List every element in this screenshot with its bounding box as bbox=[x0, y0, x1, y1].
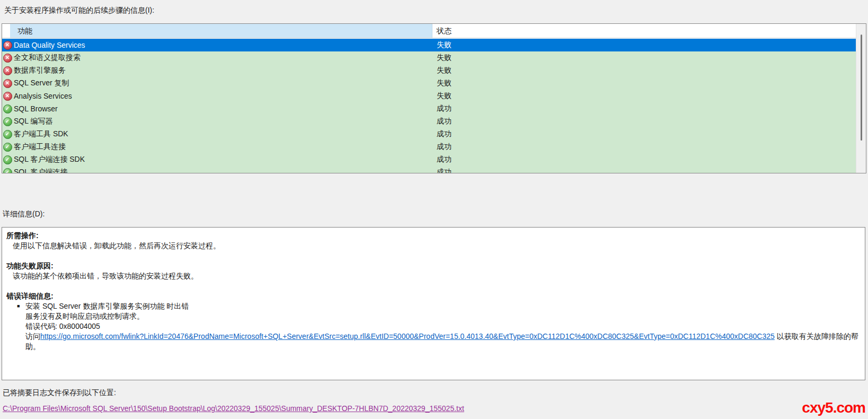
feature-status: 失败 bbox=[432, 91, 856, 101]
feature-status: 失败 bbox=[432, 40, 856, 50]
failure-icon: ✕ bbox=[3, 54, 12, 63]
summary-log-label: 已将摘要日志文件保存到以下位置: bbox=[3, 388, 116, 398]
table-row[interactable]: ✕Analysis Services失败 bbox=[2, 90, 856, 102]
success-icon: ✓ bbox=[3, 155, 12, 164]
success-icon: ✓ bbox=[3, 168, 12, 173]
bullet-icon: ■ bbox=[17, 301, 20, 311]
table-row[interactable]: ✓SQL 客户端连接 SDK成功 bbox=[2, 153, 856, 166]
failure-icon: ✕ bbox=[3, 92, 12, 101]
table-row[interactable]: ✓客户端工具连接成功 bbox=[2, 141, 856, 153]
feature-column-header[interactable]: 功能 bbox=[10, 24, 432, 38]
section-heading: 功能失败原因: bbox=[6, 261, 860, 271]
failure-icon: ✕ bbox=[3, 66, 12, 75]
table-header: 功能 状态 bbox=[2, 24, 866, 38]
feature-status: 失败 bbox=[432, 53, 856, 63]
feature-name: Data Quality Services bbox=[13, 41, 432, 49]
troubleshooting-link[interactable]: https://go.microsoft.com/fwlink?LinkId=2… bbox=[40, 332, 775, 341]
feature-name: SQL 客户端连接 SDK bbox=[13, 155, 432, 164]
failure-icon: ✕ bbox=[3, 79, 12, 88]
feature-name: Analysis Services bbox=[13, 92, 432, 100]
summary-log-file-link[interactable]: C:\Program Files\Microsoft SQL Server\15… bbox=[3, 404, 464, 413]
feature-name: SQL 客户端连接 bbox=[13, 168, 432, 173]
failure-icon: ✕ bbox=[3, 41, 12, 50]
feature-name: 客户端工具 SDK bbox=[13, 129, 432, 139]
feature-status: 成功 bbox=[432, 129, 856, 139]
help-link-line: 访问https://go.microsoft.com/fwlink?LinkId… bbox=[6, 331, 860, 352]
table-row[interactable]: ✕SQL Server 复制失败 bbox=[2, 77, 856, 90]
feature-status: 失败 bbox=[432, 78, 856, 88]
link-prefix: 访问 bbox=[25, 332, 40, 341]
feature-status: 成功 bbox=[432, 142, 856, 152]
feature-name: 客户端工具连接 bbox=[13, 142, 432, 152]
table-row[interactable]: ✕全文和语义提取搜索失败 bbox=[2, 51, 856, 64]
table-row[interactable]: ✓SQL 客户端连接成功 bbox=[2, 166, 856, 173]
error-line: 服务没有及时响应启动或控制请求。 bbox=[25, 311, 860, 321]
failure-reason-section: 功能失败原因: 该功能的某个依赖项出错，导致该功能的安装过程失败。 bbox=[6, 261, 860, 281]
feature-name: 全文和语义提取搜索 bbox=[13, 53, 432, 63]
details-label: 详细信息(D): bbox=[3, 210, 45, 219]
feature-status: 成功 bbox=[432, 104, 856, 114]
feature-name: 数据库引擎服务 bbox=[13, 66, 432, 75]
feature-status: 成功 bbox=[432, 168, 856, 173]
info-label: 关于安装程序操作或可能的后续步骤的信息(I): bbox=[4, 6, 154, 15]
error-line: ■安装 SQL Server 数据库引擎服务实例功能 时出错 bbox=[25, 301, 860, 311]
feature-status-table: 功能 状态 ✕Data Quality Services失败✕全文和语义提取搜索… bbox=[2, 23, 866, 173]
watermark-text: cxy5.com bbox=[802, 399, 865, 416]
feature-status: 失败 bbox=[432, 66, 856, 75]
table-row[interactable]: ✕数据库引擎服务失败 bbox=[2, 64, 856, 77]
success-icon: ✓ bbox=[3, 117, 12, 126]
feature-name: SQL 编写器 bbox=[13, 117, 432, 126]
error-details-heading: 错误详细信息: bbox=[6, 291, 860, 301]
feature-name: SQL Browser bbox=[13, 104, 432, 113]
section-body: 该功能的某个依赖项出错，导致该功能的安装过程失败。 bbox=[6, 271, 860, 281]
table-row[interactable]: ✕Data Quality Services失败 bbox=[2, 39, 856, 51]
status-column-header[interactable]: 状态 bbox=[432, 24, 866, 38]
success-icon: ✓ bbox=[3, 104, 12, 114]
section-body: 使用以下信息解决错误，卸载此功能，然后再次运行安装过程。 bbox=[6, 241, 860, 251]
success-icon: ✓ bbox=[3, 130, 12, 139]
table-row[interactable]: ✓SQL 编写器成功 bbox=[2, 115, 856, 128]
feature-status: 成功 bbox=[432, 117, 856, 126]
details-box: 所需操作: 使用以下信息解决错误，卸载此功能，然后再次运行安装过程。 功能失败原… bbox=[2, 227, 865, 380]
scrollbar-thumb[interactable] bbox=[861, 34, 862, 141]
table-row[interactable]: ✓客户端工具 SDK成功 bbox=[2, 128, 856, 141]
vertical-scrollbar[interactable] bbox=[856, 24, 866, 173]
icon-column-header[interactable] bbox=[2, 24, 10, 38]
success-icon: ✓ bbox=[3, 143, 12, 152]
table-row[interactable]: ✓SQL Browser成功 bbox=[2, 102, 856, 115]
feature-status: 成功 bbox=[432, 155, 856, 164]
error-details-section: 错误详细信息: ■安装 SQL Server 数据库引擎服务实例功能 时出错 服… bbox=[6, 291, 860, 352]
feature-table-rows: ✕Data Quality Services失败✕全文和语义提取搜索失败✕数据库… bbox=[2, 39, 856, 173]
required-action-section: 所需操作: 使用以下信息解决错误，卸载此功能，然后再次运行安装过程。 bbox=[6, 231, 860, 251]
error-line: 错误代码: 0x80004005 bbox=[25, 321, 860, 331]
feature-name: SQL Server 复制 bbox=[13, 78, 432, 88]
section-heading: 所需操作: bbox=[6, 231, 860, 241]
